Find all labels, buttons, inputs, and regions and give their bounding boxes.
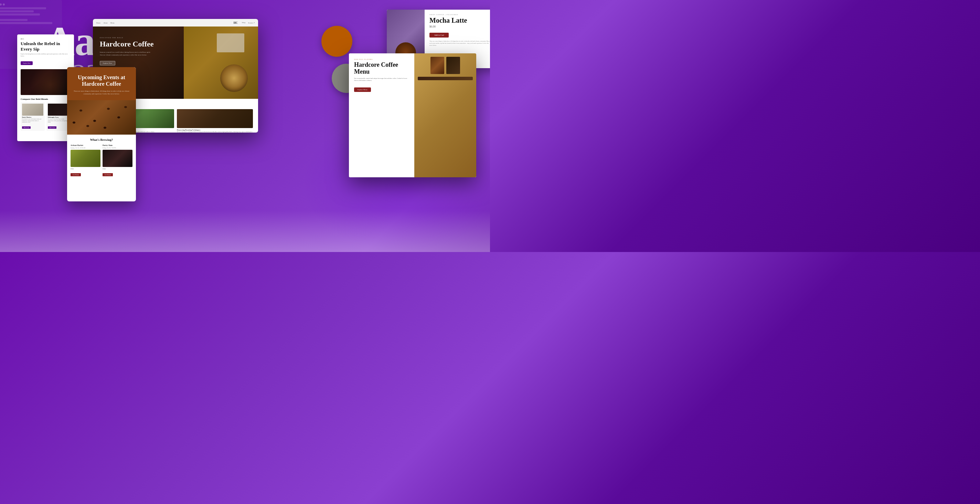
rm-coffee-beans — [418, 77, 473, 80]
offering-2-desc: We use innovative roasting methods to br… — [177, 131, 253, 132]
right-mockup-image — [414, 53, 476, 177]
compare-item-2-desc: An intense blend that fuses smoky undert… — [48, 118, 69, 123]
event-1-tag: FREE — [70, 168, 100, 170]
left-card-desc: Explore the daring flavors in a bold, re… — [21, 53, 70, 57]
hero-cta-button[interactable]: Explore Now — [100, 61, 115, 65]
events-list: Artisan Market Sunday, Oct 24, 10:00 AM … — [70, 144, 132, 177]
event-item-1: Artisan Market Sunday, Oct 24, 10:00 AM … — [70, 144, 100, 177]
white-fade — [0, 211, 490, 252]
event-2-image — [103, 150, 132, 167]
hero-description: Immerse yourself in a world where daring… — [100, 51, 151, 56]
hero-title: Hardcore Coffee — [100, 40, 154, 48]
compare-item-1-btn[interactable]: Add to Cart — [22, 126, 30, 129]
event-2-btn[interactable]: Get Tickets — [103, 173, 113, 176]
compare-grid: Dark Matter Our darkest roast with inten… — [21, 102, 70, 131]
product-card-description: There are some things to think about. Al… — [430, 40, 490, 46]
nav-shop: Shop — [242, 22, 245, 24]
nav-events: Events ↗ — [248, 22, 255, 24]
rm-desc: Our exceptionally curated and unique bev… — [354, 77, 409, 82]
rm-small-label: OUR FULL FLAVORS — [354, 59, 409, 60]
event-2-tag: FREE — [103, 168, 132, 170]
rm-explore-button[interactable]: Explore Menu — [354, 88, 371, 92]
rm-cup-row-1 — [418, 57, 473, 74]
compare-title: Compare Our Bold Blends — [21, 98, 70, 100]
compare-item-2-label: Midnight Fury — [48, 116, 69, 118]
left-card-header: HC Unleash the Rebel in Every Sip Explor… — [21, 38, 70, 67]
mockup-nav: Home About Menu HC Shop Events ↗ — [93, 19, 258, 27]
left-rebel-card: HC Unleash the Rebel in Every Sip Explor… — [17, 34, 74, 141]
color-swatch-orange — [321, 26, 352, 57]
hero-coffee-latte — [220, 64, 248, 92]
compare-item-2-btn[interactable]: Add to Cart — [48, 126, 56, 129]
compare-item-1-label: Dark Matter — [22, 116, 43, 118]
right-menu-mockup: OUR FULL FLAVORS Hardcore Coffee Menu Ou… — [349, 53, 476, 177]
nav-links-right: Shop Events ↗ — [242, 22, 255, 24]
hero-laptop — [217, 33, 244, 52]
nav-links: Home About Menu — [96, 22, 114, 24]
left-card-cta-button[interactable]: Explore Now — [21, 61, 33, 65]
compare-item-2-image — [48, 104, 69, 116]
compare-item-1-desc: Our darkest roast with intense body and … — [22, 118, 43, 123]
event-item-2: Poetry Slam Friday, Oct 29, 7:00 PM FREE… — [103, 144, 132, 177]
event-2-sublabel: Friday, Oct 29, 7:00 PM — [103, 147, 132, 149]
rm-coffee-cup-1 — [431, 57, 444, 74]
events-hero-image — [67, 100, 136, 135]
right-mockup-content: OUR FULL FLAVORS Hardcore Coffee Menu Ou… — [349, 53, 414, 177]
nav-home: Home — [96, 22, 100, 24]
event-1-image — [70, 150, 100, 167]
events-card-title: Upcoming Events at Hardcore Coffee — [72, 74, 131, 87]
hero-bg-right — [184, 27, 258, 99]
left-card-hero-image — [21, 69, 70, 95]
product-add-to-cart-button[interactable]: Add to Cart — [430, 33, 449, 38]
event-2-label: Poetry Slam — [103, 144, 132, 146]
events-card: Upcoming Events at Hardcore Coffee These… — [67, 67, 136, 201]
offering-item-2: Pioneering Roasting Techniques We use in… — [177, 109, 253, 132]
hero-discover-label: DISCOVER THE BOLD — [100, 37, 154, 38]
product-card-tag: SHOP COFFEE | FEATURED — [430, 14, 490, 16]
nav-about: About — [103, 22, 108, 24]
events-card-desc: These are more things to think about. Al… — [72, 90, 131, 95]
event-1-sublabel: Sunday, Oct 24, 10:00 AM — [70, 147, 100, 149]
nav-logo: HC — [234, 21, 238, 24]
rm-title: Hardcore Coffee Menu — [354, 62, 409, 75]
left-card-title: Unleash the Rebel in Every Sip — [21, 41, 70, 52]
events-card-header: Upcoming Events at Hardcore Coffee These… — [67, 67, 136, 100]
product-card-name: Mocha Latte — [430, 16, 490, 24]
compare-item-1: Dark Matter Our darkest roast with inten… — [21, 102, 45, 131]
whats-brewing-title: What's Brewing? — [70, 138, 132, 142]
rm-coffee-cup-2 — [446, 57, 460, 74]
hero-content: DISCOVER THE BOLD Hardcore Coffee Immers… — [100, 37, 154, 65]
coffee-beans-pattern — [67, 100, 136, 135]
compare-item-1-image — [22, 104, 43, 116]
event-1-label: Artisan Market — [70, 144, 100, 146]
offering-2-image — [177, 109, 253, 128]
nav-menu: Menu — [110, 22, 115, 24]
left-card-logo: HC — [21, 38, 70, 40]
rm-coffee-display — [414, 53, 476, 177]
event-1-btn[interactable]: Get Tickets — [70, 173, 81, 176]
events-card-body: What's Brewing? Artisan Market Sunday, O… — [67, 135, 136, 180]
product-card-price: $6.00 — [430, 25, 490, 28]
